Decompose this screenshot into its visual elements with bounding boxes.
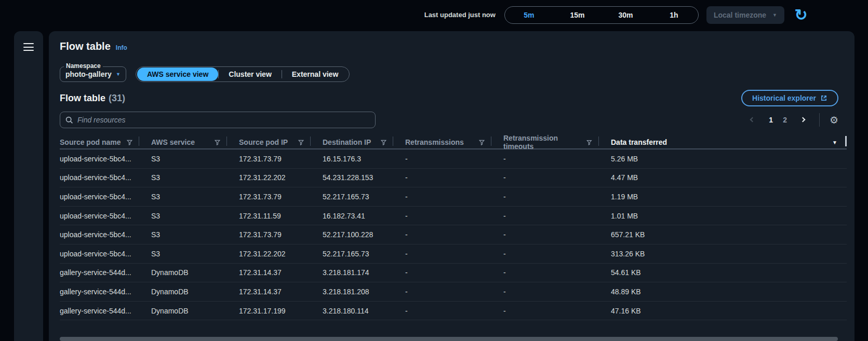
table-row[interactable]: gallery-service-544d... DynamoDB 172.31.… [60,282,847,302]
cell-retransmissions: - [393,207,491,225]
table-row[interactable]: upload-service-5bc4... S3 172.31.22.202 … [60,169,847,188]
search-icon [65,116,73,124]
gear-icon: ⚙ [830,115,838,126]
cell-data-transferred: 1.01 MB [599,207,847,225]
cell-retransmission-timeouts: - [491,187,599,206]
cell-source-pod-name: gallery-service-544d... [60,264,139,282]
table-body: upload-service-5bc4... S3 172.31.73.79 1… [60,149,847,320]
cell-data-transferred: 48.89 KB [599,282,847,301]
time-range-5m[interactable]: 5m [505,7,553,23]
time-range-1h[interactable]: 1h [650,7,698,23]
table-row[interactable]: gallery-service-544d... DynamoDB 172.31.… [60,264,847,283]
column-header-source-pod-ip[interactable]: Source pod IP [227,134,311,151]
filter-icon[interactable] [298,140,304,145]
tab-aws-service-view[interactable]: AWS service view [137,67,218,81]
cell-retransmissions: - [393,169,491,187]
filter-icon[interactable] [586,140,592,145]
cell-source-pod-ip: 172.31.14.37 [227,264,311,282]
table-row[interactable]: upload-service-5bc4... S3 172.31.11.59 1… [60,207,847,226]
cell-aws-service: DynamoDB [139,282,227,301]
cell-data-transferred: 54.61 KB [599,264,847,282]
sort-descending-icon: ▼ [832,140,837,145]
cell-aws-service: S3 [139,149,227,168]
view-segmented-control: AWS service view Cluster view External v… [136,66,350,82]
cell-retransmission-timeouts: - [491,169,599,187]
table-row[interactable]: upload-service-5bc4... S3 172.31.73.79 5… [60,225,847,244]
next-page-button[interactable] [797,114,809,126]
cell-source-pod-name: upload-service-5bc4... [60,244,139,263]
topbar: Last updated just now 5m 15m 30m 1h Loca… [0,0,868,30]
page-1-button[interactable]: 1 [769,116,773,124]
tab-external-view[interactable]: External view [282,67,349,81]
timezone-label: Local timezone [714,11,766,19]
column-header-retransmission-timeouts[interactable]: Retransmission timeouts [491,134,599,151]
cell-retransmission-timeouts: - [491,244,599,263]
cell-source-pod-name: upload-service-5bc4... [60,149,139,168]
table-row[interactable]: gallery-service-544d... DynamoDB 172.31.… [60,302,847,321]
time-range-15m[interactable]: 15m [553,7,602,23]
page-title: Flow table [60,40,111,52]
cell-aws-service: S3 [139,207,227,225]
filter-icon[interactable] [479,140,485,145]
cell-aws-service: DynamoDB [139,302,227,320]
chevron-down-icon: ▼ [116,72,121,77]
settings-button[interactable]: ⚙ [830,115,838,125]
tab-cluster-view[interactable]: Cluster view [219,67,281,81]
refresh-button[interactable]: ↻ [792,6,810,24]
cell-aws-service: S3 [139,187,227,206]
cell-source-pod-name: upload-service-5bc4... [60,207,139,225]
cell-source-pod-ip: 172.31.22.202 [227,169,311,187]
page-2-button[interactable]: 2 [783,116,787,124]
column-header-destination-ip[interactable]: Destination IP [311,134,393,151]
time-range-30m[interactable]: 30m [602,7,650,23]
column-header-data-transferred[interactable]: Data transferred ▼ [599,134,847,151]
flow-table: Source pod name AWS service Source pod I… [60,134,847,320]
table-heading: Flow table [60,93,105,103]
hamburger-menu-button[interactable] [23,43,34,51]
cell-retransmission-timeouts: - [491,225,599,244]
previous-page-button[interactable] [746,114,759,126]
filter-icon[interactable] [381,140,386,145]
cell-source-pod-ip: 172.31.14.37 [227,282,311,301]
cell-retransmissions: - [393,149,491,168]
chevron-left-icon [750,117,755,122]
cell-data-transferred: 4.47 MB [599,169,847,187]
cell-retransmission-timeouts: - [491,149,599,168]
search-box [60,112,376,128]
cell-source-pod-name: upload-service-5bc4... [60,225,139,244]
table-row[interactable]: upload-service-5bc4... S3 172.31.22.202 … [60,244,847,264]
historical-explorer-button[interactable]: Historical explorer [741,90,838,106]
column-header-aws-service[interactable]: AWS service [139,134,227,151]
table-row[interactable]: upload-service-5bc4... S3 172.31.73.79 5… [60,187,847,207]
cell-data-transferred: 47.16 KB [599,302,847,320]
table-row[interactable]: upload-service-5bc4... S3 172.31.73.79 1… [60,149,847,169]
cell-retransmissions: - [393,282,491,301]
horizontal-scrollbar[interactable] [60,337,838,341]
cell-aws-service: S3 [139,244,227,263]
timezone-select[interactable]: Local timezone ▼ [706,6,784,24]
info-link[interactable]: Info [116,44,127,51]
cell-data-transferred: 1.19 MB [599,187,847,206]
cell-source-pod-ip: 172.31.73.79 [227,149,311,168]
last-updated-text: Last updated just now [424,11,496,19]
search-row: 1 2 ⚙ [60,112,844,128]
screen: Last updated just now 5m 15m 30m 1h Loca… [0,0,868,341]
cell-retransmissions: - [393,302,491,320]
column-header-retransmissions[interactable]: Retransmissions [393,134,491,151]
filter-icon[interactable] [127,140,132,145]
cell-source-pod-name: gallery-service-544d... [60,302,139,320]
cell-retransmissions: - [393,244,491,263]
cell-retransmissions: - [393,187,491,206]
cell-destination-ip: 16.15.176.3 [311,149,393,168]
cell-retransmission-timeouts: - [491,282,599,301]
hamburger-icon [23,43,34,44]
search-input[interactable] [77,116,370,124]
namespace-select[interactable]: Namespace photo-gallery ▼ [60,66,126,82]
cell-source-pod-name: gallery-service-544d... [60,282,139,301]
cell-retransmissions: - [393,264,491,282]
cell-aws-service: DynamoDB [139,264,227,282]
time-range-group: 5m 15m 30m 1h [504,6,699,24]
column-header-source-pod-name[interactable]: Source pod name [60,134,139,151]
cell-aws-service: S3 [139,169,227,187]
filter-icon[interactable] [215,140,220,145]
